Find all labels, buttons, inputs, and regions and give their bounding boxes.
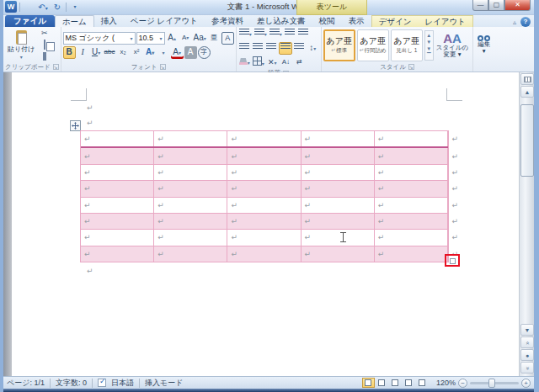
paste-button[interactable]: 貼り付け ▾ — [5, 28, 37, 62]
fullscreen-reading-view-button[interactable] — [376, 378, 388, 388]
change-case-button[interactable]: Aa▾ — [193, 32, 207, 45]
table-cell[interactable]: ↵ — [227, 246, 301, 262]
word-count[interactable]: 文字数: 0 — [56, 378, 87, 389]
redo-button[interactable]: ↻ — [51, 2, 63, 13]
table-row[interactable]: ↵↵↵↵↵↵ — [81, 165, 448, 181]
italic-button[interactable]: I — [77, 46, 89, 59]
align-left-button[interactable] — [238, 42, 251, 55]
gallery-more-icon[interactable]: ▼▔ — [425, 45, 433, 59]
spellcheck-icon[interactable] — [98, 379, 106, 387]
underline-button[interactable]: U▾ — [90, 46, 103, 59]
table-cell[interactable]: ↵ — [227, 198, 301, 213]
help-icon[interactable]: ? — [520, 17, 531, 27]
bold-button[interactable]: B — [63, 46, 76, 59]
table-cell[interactable]: ↵ — [302, 131, 375, 146]
table-cell[interactable]: ↵ — [375, 246, 448, 262]
tab-mailings[interactable]: 差し込み文書 — [250, 15, 312, 27]
cut-button[interactable]: ✂ — [37, 28, 51, 39]
table-cell[interactable]: ↵ — [227, 131, 301, 146]
table-cell[interactable]: ↵ — [81, 181, 154, 196]
web-layout-view-button[interactable] — [389, 378, 402, 388]
zoom-level[interactable]: 120% — [436, 379, 456, 387]
table-cell[interactable]: ↵ — [154, 181, 227, 196]
table-cell[interactable]: ↵ — [375, 148, 448, 163]
zoom-in-button[interactable]: + — [521, 379, 531, 388]
scroll-up-button[interactable]: ▲ — [520, 86, 534, 98]
zoom-slider[interactable] — [470, 382, 519, 384]
gallery-up-icon[interactable]: ▲ — [425, 32, 433, 39]
format-painter-button[interactable] — [37, 51, 51, 62]
change-styles-button[interactable]: AA スタイルの 変更 ▾ — [434, 32, 471, 58]
borders-button[interactable]: ▾ — [252, 56, 265, 69]
dialog-launcher-icon[interactable]: ↘ — [160, 64, 166, 70]
strikethrough-button[interactable]: abc — [104, 46, 116, 59]
table-cell[interactable]: ↵ — [81, 198, 154, 213]
tab-table-design[interactable]: デザイン — [372, 16, 419, 28]
shrink-font-button[interactable]: A▾ — [179, 32, 192, 45]
table-cell[interactable]: ↵ — [81, 230, 154, 245]
table-cell[interactable]: ↵ — [302, 246, 375, 262]
table-cell[interactable]: ↵ — [81, 246, 154, 262]
save-button[interactable] — [23, 2, 35, 13]
table-cell[interactable]: ↵ — [227, 230, 301, 245]
table-cell[interactable]: ↵ — [81, 131, 154, 146]
highlight-button[interactable]: ▾ — [157, 46, 170, 59]
qat-customize-button[interactable]: ▾ — [69, 2, 81, 13]
zoom-out-button[interactable]: − — [458, 379, 467, 388]
tab-file[interactable]: ファイル — [5, 15, 55, 27]
table-cell[interactable]: ↵ — [375, 230, 448, 245]
bullets-button[interactable]: ▾ — [238, 28, 253, 40]
table-cell[interactable]: ↵ — [227, 214, 301, 229]
table-row[interactable]: ↵↵↵↵↵↵ — [81, 181, 448, 197]
table-cell[interactable]: ↵ — [154, 148, 227, 163]
editing-button[interactable]: 編集 ▾ — [475, 35, 493, 55]
outline-view-button[interactable] — [403, 378, 415, 388]
enclose-characters-button[interactable]: 字 — [198, 46, 211, 59]
asian-layout-button[interactable]: ✕▾ — [266, 56, 279, 69]
restore-button[interactable]: ▢ — [488, 0, 504, 11]
scrollbar-thumb[interactable] — [520, 104, 534, 177]
character-border-button[interactable]: A — [221, 32, 234, 45]
tab-references[interactable]: 参考資料 — [205, 15, 250, 27]
gallery-down-icon[interactable]: ▼ — [425, 39, 433, 45]
superscript-button[interactable]: x² — [131, 46, 143, 59]
table-cell[interactable]: ↵ — [302, 214, 375, 229]
tab-page-layout[interactable]: ページ レイアウト — [124, 15, 205, 27]
align-center-button[interactable] — [252, 42, 264, 55]
table-cell[interactable]: ↵ — [154, 131, 227, 146]
undo-button[interactable]: ↶▾ — [37, 2, 49, 13]
table-cell[interactable]: ↵ — [227, 148, 301, 163]
decrease-indent-button[interactable] — [284, 28, 296, 40]
vertical-scrollbar[interactable]: ▲ ▼ « ● » — [519, 72, 534, 376]
draft-view-button[interactable] — [416, 378, 429, 388]
table-cell[interactable]: ↵ — [81, 214, 154, 229]
ruby-button[interactable]: 亜 — [208, 32, 221, 45]
doc-table[interactable]: ↵↵↵↵↵↵↵↵↵↵↵↵↵↵↵↵↵↵↵↵↵↵↵↵↵↵↵↵↵↵↵↵↵↵↵↵↵↵↵↵… — [80, 130, 449, 262]
word-app-icon[interactable]: W — [5, 1, 17, 13]
table-cell[interactable]: ↵ — [302, 165, 375, 180]
dialog-launcher-icon[interactable]: ↘ — [408, 64, 414, 70]
scroll-down-button[interactable]: ▼ — [520, 324, 534, 336]
sort-button[interactable]: A↓ — [280, 56, 292, 69]
style-heading1[interactable]: あア亜 見出し 1 — [391, 29, 423, 61]
table-cell[interactable]: ↵ — [154, 246, 227, 262]
table-cell[interactable]: ↵ — [154, 165, 227, 180]
table-row[interactable]: ↵↵↵↵↵↵ — [81, 198, 448, 214]
style-no-spacing[interactable]: あア亜 ↵行間詰め — [357, 29, 389, 61]
table-cell[interactable]: ↵ — [375, 198, 448, 213]
table-cell[interactable]: ↵ — [375, 165, 448, 180]
numbering-button[interactable]: ▾ — [253, 28, 268, 40]
tab-home[interactable]: ホーム — [55, 15, 94, 27]
table-cell[interactable]: ↵ — [302, 230, 375, 245]
table-cell[interactable]: ↵ — [154, 198, 227, 213]
character-shading-button[interactable]: A — [184, 46, 197, 59]
close-button[interactable]: ✕ — [504, 0, 531, 11]
shading-button[interactable]: ▾ — [238, 56, 251, 69]
table-cell[interactable]: ↵ — [302, 198, 375, 213]
justify-button[interactable] — [279, 42, 292, 55]
tab-table-layout[interactable]: レイアウト — [418, 16, 472, 28]
minimize-ribbon-icon[interactable]: ▵ — [513, 19, 516, 26]
table-cell[interactable]: ↵ — [227, 165, 301, 180]
table-row[interactable]: ↵↵↵↵↵↵ — [81, 131, 448, 148]
table-row[interactable]: ↵↵↵↵↵↵ — [81, 148, 448, 164]
